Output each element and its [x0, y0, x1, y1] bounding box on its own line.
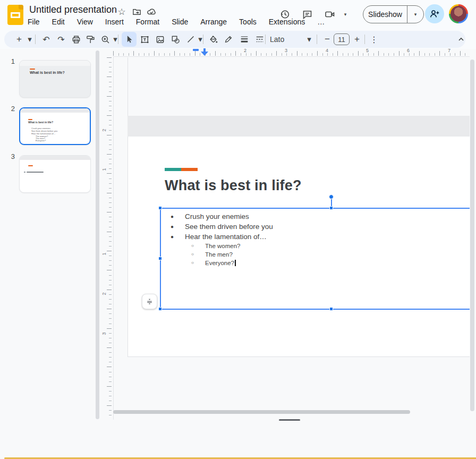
- canvas-horizontal-scrollbar[interactable]: [113, 410, 410, 414]
- bullet-line[interactable]: The women?: [205, 243, 240, 249]
- new-slide-caret-icon[interactable]: ▾: [23, 33, 36, 46]
- menu-view[interactable]: View: [77, 18, 93, 26]
- menu-format[interactable]: Format: [136, 18, 159, 26]
- slide-header-band[interactable]: [128, 116, 470, 137]
- toolbar-divider: [265, 35, 266, 44]
- redo-button[interactable]: ↷: [55, 33, 67, 46]
- page-edge-guide: [128, 57, 128, 116]
- increase-font-size-button[interactable]: +: [351, 33, 363, 46]
- font-size-input[interactable]: 11: [334, 33, 350, 45]
- bullet-line[interactable]: Hear the lamentation of…: [185, 233, 267, 241]
- bullet-hollow-icon: ○: [191, 252, 194, 257]
- menu-file[interactable]: File: [28, 18, 40, 26]
- meet-camera-icon[interactable]: [323, 7, 337, 21]
- slideshow-button[interactable]: Slideshow: [363, 6, 407, 23]
- bullet-hollow-icon: ○: [191, 260, 194, 265]
- canvas-vertical-scrollbar[interactable]: [470, 60, 474, 411]
- document-title[interactable]: Untitled presentation: [29, 4, 117, 15]
- thumb-accent-dash: [28, 165, 33, 166]
- h-ruler-number: 2: [244, 48, 246, 53]
- bullet-line[interactable]: Everyone?: [205, 260, 236, 266]
- bullet-line[interactable]: See them driven before you: [185, 223, 273, 231]
- border-dash-button[interactable]: [253, 33, 266, 46]
- paint-format-button[interactable]: [84, 33, 97, 46]
- toolbar-divider: [364, 35, 365, 44]
- account-avatar[interactable]: [449, 4, 468, 23]
- insert-image-button[interactable]: [154, 33, 166, 46]
- left-indent-marker[interactable]: [201, 52, 208, 56]
- avatar-photo: [450, 6, 466, 22]
- slideshow-caret-icon[interactable]: ▾: [407, 12, 423, 17]
- thumb-header-band: [20, 108, 90, 113]
- thumb-accent-dash: [30, 69, 35, 70]
- hide-menus-button[interactable]: [455, 33, 468, 46]
- thumb-bullet: Everyone?: [36, 139, 46, 142]
- text-box-button[interactable]: [138, 33, 151, 46]
- notes-resize-handle[interactable]: [279, 419, 300, 421]
- camera-caret-icon[interactable]: ▾: [338, 7, 352, 21]
- slideshow-button-group: Slideshow ▾: [363, 5, 424, 23]
- insert-shape-button[interactable]: [169, 33, 182, 46]
- slide-title[interactable]: What is best in life?: [165, 177, 302, 194]
- toolbar-divider: [118, 35, 118, 44]
- bullet-hollow-icon: ○: [191, 243, 194, 248]
- more-options-button[interactable]: ⋮: [368, 33, 380, 46]
- slide-accent-bar[interactable]: [165, 168, 198, 171]
- menu-arrange[interactable]: Arrange: [200, 18, 227, 26]
- resize-handle-top-mid[interactable]: [329, 206, 333, 210]
- vertical-align-widget[interactable]: [142, 294, 157, 309]
- font-family-select[interactable]: Lato: [270, 33, 302, 46]
- canvas-frame-top: [113, 56, 470, 57]
- vertical-ruler-major-ticks: [107, 57, 112, 419]
- font-caret-icon[interactable]: ▾: [303, 33, 316, 46]
- rotation-handle[interactable]: [329, 194, 334, 199]
- slide-thumbnail-3[interactable]: [19, 155, 91, 193]
- bullet-icon: ●: [171, 214, 174, 219]
- select-tool-button[interactable]: [122, 32, 137, 47]
- resize-handle-bottom-mid[interactable]: [329, 307, 333, 311]
- v-ruler-number: 2: [101, 292, 107, 295]
- cloud-status-icon[interactable]: [146, 6, 157, 17]
- bullet-icon: ●: [171, 224, 174, 230]
- h-ruler-number: 5: [366, 48, 369, 53]
- resize-handle-bottom-left[interactable]: [158, 307, 162, 311]
- selection-border-top[interactable]: [160, 208, 470, 209]
- print-button[interactable]: [70, 33, 82, 46]
- border-weight-button[interactable]: [238, 33, 251, 46]
- first-line-indent-marker[interactable]: [193, 49, 199, 51]
- menu-insert[interactable]: Insert: [105, 18, 124, 26]
- fill-color-button[interactable]: [207, 33, 219, 46]
- thumb-text-line: [27, 172, 44, 173]
- slides-icon-fold: [19, 5, 23, 10]
- resize-handle-top-left[interactable]: [158, 206, 162, 210]
- slide-thumbnail-2[interactable]: What is best in life? Crush your enemies…: [19, 107, 91, 145]
- line-caret-icon[interactable]: ▾: [194, 33, 207, 46]
- menu-edit[interactable]: Edit: [52, 18, 65, 26]
- slides-app-icon[interactable]: [7, 5, 23, 25]
- menu-tools[interactable]: Tools: [239, 18, 257, 26]
- slide-thumbnail-1[interactable]: What is best in life?: [19, 60, 91, 98]
- undo-button[interactable]: ↶: [40, 33, 53, 46]
- move-to-folder-icon[interactable]: [131, 6, 142, 17]
- slide-canvas[interactable]: [128, 116, 470, 357]
- version-history-icon[interactable]: [278, 7, 292, 21]
- text-cursor: [235, 260, 236, 266]
- bullet-line[interactable]: Crush your enemies: [185, 212, 249, 220]
- filmstrip-scrollbar[interactable]: [96, 50, 99, 419]
- v-ruler-number: 1: [101, 252, 107, 255]
- toolbar-divider: [35, 35, 36, 44]
- decrease-font-size-button[interactable]: −: [321, 33, 334, 46]
- bullet-line[interactable]: The men?: [205, 251, 233, 258]
- slide-number: 1: [5, 57, 15, 65]
- comments-icon[interactable]: [300, 7, 314, 21]
- h-ruler-number: 6: [407, 48, 410, 53]
- v-ruler-number: 2: [101, 129, 107, 131]
- border-color-button[interactable]: [222, 33, 235, 46]
- zoom-caret-icon[interactable]: ▾: [109, 33, 122, 46]
- menu-slide[interactable]: Slide: [172, 18, 188, 26]
- selection-border-bottom[interactable]: [160, 309, 470, 310]
- resize-handle-left-mid[interactable]: [158, 257, 162, 260]
- star-icon[interactable]: ☆: [116, 6, 127, 17]
- share-person-add-button[interactable]: [425, 4, 444, 23]
- horizontal-ruler-major-ticks: [113, 51, 470, 56]
